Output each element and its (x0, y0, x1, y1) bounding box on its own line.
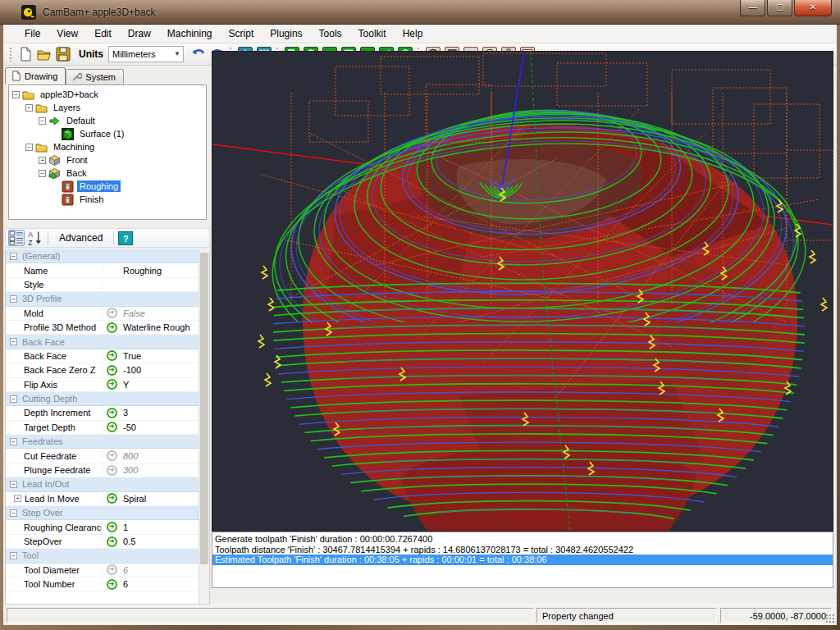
property-value[interactable]: 300 (121, 465, 209, 475)
help-button[interactable]: ? (118, 231, 133, 245)
tree-item-apple3d-back[interactable]: −apple3D+back (9, 88, 206, 101)
collapse-icon[interactable]: − (10, 552, 17, 559)
property-value[interactable]: 3 (121, 408, 209, 418)
property-grid-scrollbar[interactable] (199, 249, 209, 604)
property-value[interactable]: -50 (121, 422, 209, 432)
drawing-tree[interactable]: −apple3D+back−Layers−Default−Surface (1)… (8, 84, 207, 220)
menu-file[interactable]: File (16, 25, 48, 43)
tree-item-label[interactable]: Layers (51, 102, 83, 113)
tree-item-label[interactable]: Finish (77, 194, 106, 205)
property-style[interactable]: Style (6, 278, 209, 292)
property-target-depth[interactable]: Target Depth➜-50 (6, 421, 209, 435)
collapse-icon[interactable]: − (10, 481, 17, 488)
tree-item-layers[interactable]: −Layers (9, 101, 206, 114)
open-file-icon[interactable] (36, 47, 52, 62)
collapse-icon[interactable]: − (10, 253, 17, 260)
tree-item-label[interactable]: Back (64, 167, 89, 179)
tree-item-label[interactable]: apple3D+back (38, 89, 101, 100)
tab-system[interactable]: System (66, 69, 124, 84)
3d-viewport[interactable] (212, 51, 833, 532)
category--general-[interactable]: −(General) (6, 249, 209, 263)
resize-grip[interactable] (825, 614, 835, 623)
message-log[interactable]: Generate toolpath 'Finish' duration : 00… (212, 532, 833, 588)
collapse-icon[interactable]: − (10, 509, 17, 517)
property-value[interactable]: 0.5 (121, 536, 209, 546)
property-lead-in-move[interactable]: +Lead In Move➜Spiral (6, 492, 209, 506)
tree-item-label[interactable]: Default (64, 115, 98, 126)
tab-drawing[interactable]: Drawing (5, 67, 66, 84)
menu-tools[interactable]: Tools (311, 25, 350, 43)
tree-item-label[interactable]: Surface (1) (77, 128, 126, 139)
property-value[interactable]: 6 (121, 565, 209, 575)
property-value[interactable]: 800 (121, 451, 209, 461)
property-value[interactable]: 6 (121, 579, 209, 589)
property-plunge-feedrate[interactable]: Plunge Feedrate➜300 (6, 463, 209, 477)
category-back-face[interactable]: −Back Face (6, 335, 209, 349)
message-line-selected[interactable]: Estimated Toolpath 'Finish' duration : 0… (212, 555, 833, 565)
category-tool[interactable]: −Tool (6, 549, 209, 563)
minus-expander[interactable]: − (25, 104, 33, 112)
category-cutting-depth[interactable]: −Cutting Depth (6, 392, 209, 406)
tree-item-machining[interactable]: −Machining (9, 140, 206, 153)
collapse-icon[interactable]: − (10, 295, 17, 303)
collapse-icon[interactable]: − (10, 395, 17, 403)
property-tool-number[interactable]: Tool Number➜6 (6, 578, 209, 591)
property-mold[interactable]: Mold➜False (6, 307, 209, 321)
menu-plugins[interactable]: Plugins (262, 25, 310, 43)
property-depth-increment[interactable]: Depth Increment➜3 (6, 406, 209, 420)
tree-item-front[interactable]: +Front (9, 153, 206, 167)
tree-item-back[interactable]: −Back (9, 167, 206, 180)
menu-draw[interactable]: Draw (120, 25, 159, 43)
expand-icon[interactable]: + (14, 495, 21, 502)
property-value[interactable]: False (121, 308, 209, 318)
menu-help[interactable]: Help (395, 25, 431, 43)
menu-edit[interactable]: Edit (86, 25, 120, 43)
plus-expander[interactable]: + (39, 157, 46, 164)
tree-item-label[interactable]: Roughing (77, 180, 121, 192)
collapse-icon[interactable]: − (10, 438, 17, 445)
title-bar[interactable]: CamBam+ apple3D+back —▢✕ (0, 0, 840, 25)
minus-expander[interactable]: − (39, 170, 46, 177)
property-value[interactable]: Waterline Rough (121, 322, 209, 332)
property-value[interactable]: 1 (121, 523, 209, 532)
property-value[interactable]: Roughing (121, 266, 209, 276)
category-step-over[interactable]: −Step Over (6, 506, 209, 520)
property-tool-diameter[interactable]: Tool Diameter➜6 (6, 564, 209, 578)
category-3d-profile[interactable]: −3D Profile (6, 292, 209, 306)
minus-expander[interactable]: − (12, 91, 20, 98)
collapse-icon[interactable]: − (10, 338, 17, 345)
property-back-face-zero-z[interactable]: Back Face Zero Z➜-100 (6, 363, 209, 377)
property-grid[interactable]: −(General)NameRoughingStyle−3D ProfileMo… (5, 249, 210, 605)
advanced-button[interactable]: Advanced (59, 232, 103, 244)
property-stepover[interactable]: StepOver➜0.5 (6, 535, 209, 549)
tree-item-surface-1-[interactable]: −Surface (1) (9, 127, 206, 140)
property-back-face[interactable]: Back Face➜True (6, 349, 209, 363)
property-name[interactable]: NameRoughing (6, 263, 209, 277)
close-button[interactable]: ✕ (794, 0, 832, 16)
new-file-icon[interactable] (17, 47, 33, 62)
chevron-down-icon[interactable]: ▼ (171, 47, 183, 62)
property-value[interactable]: -100 (121, 365, 209, 375)
category-feedrates[interactable]: −Feedrates (6, 435, 209, 449)
property-flip-axis[interactable]: Flip Axis➜Y (6, 378, 209, 392)
save-file-icon[interactable] (55, 47, 71, 62)
property-value[interactable]: Spiral (121, 494, 209, 504)
message-line[interactable]: Toolpath distance 'Finish' : 30467.78144… (212, 545, 833, 555)
minus-expander[interactable]: − (39, 117, 46, 125)
property-value[interactable]: True (121, 351, 209, 361)
property-value[interactable]: Y (121, 380, 209, 390)
maximize-button[interactable]: ▢ (767, 0, 792, 16)
alphabetical-sort-button[interactable]: AZ (27, 230, 43, 246)
category-lead-in-out[interactable]: −Lead In/Out (6, 477, 209, 491)
menu-script[interactable]: Script (221, 25, 262, 43)
units-combobox[interactable]: Millimeters ▼ (108, 46, 184, 62)
property-profile-3d-method[interactable]: Profile 3D Method➜Waterline Rough (6, 321, 209, 335)
tree-item-label[interactable]: Machining (51, 141, 97, 153)
menu-view[interactable]: View (48, 25, 86, 43)
minus-expander[interactable]: − (25, 144, 33, 151)
tree-item-finish[interactable]: −Finish (9, 193, 206, 206)
property-cut-feedrate[interactable]: Cut Feedrate➜800 (6, 449, 209, 463)
tree-item-label[interactable]: Front (64, 154, 90, 166)
tree-item-default[interactable]: −Default (9, 114, 206, 127)
scrollbar-thumb[interactable] (200, 253, 208, 564)
